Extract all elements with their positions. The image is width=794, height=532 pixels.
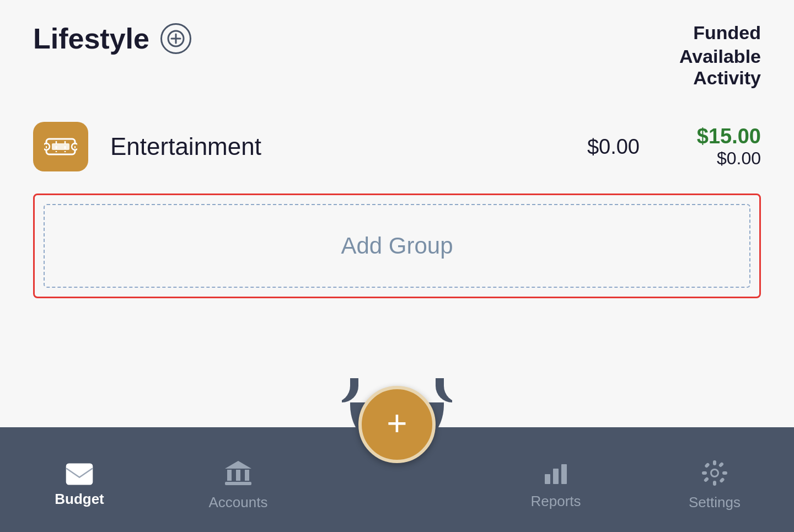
svg-point-23 xyxy=(712,470,717,476)
plus-circle-icon xyxy=(167,30,185,47)
add-group-outer[interactable]: Add Group xyxy=(33,194,761,298)
svg-rect-31 xyxy=(718,461,725,467)
budget-row-entertainment[interactable]: Entertainment $0.00 $15.00 $0.00 xyxy=(33,111,761,182)
svg-marker-14 xyxy=(225,461,251,469)
reports-bar-icon xyxy=(543,461,569,487)
entertainment-icon-bg xyxy=(33,122,88,171)
add-lifestyle-button[interactable] xyxy=(160,23,191,54)
available-column-label: Available xyxy=(679,46,761,67)
lifestyle-section: Lifestyle xyxy=(33,22,191,55)
settings-gear-icon xyxy=(701,460,728,488)
main-content: Lifestyle Funded Available Activity xyxy=(0,0,794,427)
svg-rect-29 xyxy=(719,477,725,483)
svg-rect-25 xyxy=(713,481,716,486)
entertainment-available-values: $15.00 $0.00 xyxy=(673,125,761,169)
lifestyle-title: Lifestyle xyxy=(33,22,149,55)
header-row: Lifestyle Funded Available Activity xyxy=(33,22,761,89)
svg-rect-16 xyxy=(236,470,240,481)
svg-rect-15 xyxy=(227,470,232,481)
settings-nav-label: Settings xyxy=(689,494,741,511)
nav-item-budget[interactable]: Budget xyxy=(0,452,159,508)
fab-add-button[interactable]: + xyxy=(358,386,436,463)
reports-nav-label: Reports xyxy=(530,493,581,510)
entertainment-activity: $0.00 xyxy=(717,148,761,169)
budget-envelope-icon xyxy=(65,463,94,485)
svg-rect-21 xyxy=(561,464,567,484)
entertainment-available: $15.00 xyxy=(697,125,761,148)
funded-column-label: Funded xyxy=(693,22,761,44)
nav-item-reports[interactable]: Reports xyxy=(476,450,635,510)
add-group-inner[interactable]: Add Group xyxy=(44,204,750,288)
ticket-icon xyxy=(44,135,77,159)
nav-item-accounts[interactable]: Accounts xyxy=(159,449,318,511)
add-group-label: Add Group xyxy=(341,233,453,259)
entertainment-label: Entertainment xyxy=(110,133,529,160)
svg-rect-20 xyxy=(553,469,559,484)
entertainment-funded: $0.00 xyxy=(529,135,640,159)
fab-plus-icon: + xyxy=(387,406,407,441)
accounts-bank-icon xyxy=(224,460,253,488)
svg-rect-8 xyxy=(52,143,69,150)
nav-item-settings[interactable]: Settings xyxy=(635,449,794,511)
svg-rect-30 xyxy=(704,476,710,482)
svg-rect-27 xyxy=(722,471,727,475)
svg-rect-13 xyxy=(66,463,93,484)
svg-rect-28 xyxy=(704,462,710,468)
svg-rect-18 xyxy=(225,482,251,485)
activity-column-label: Activity xyxy=(693,67,761,89)
svg-rect-17 xyxy=(245,470,249,481)
svg-rect-19 xyxy=(545,474,550,484)
budget-nav-label: Budget xyxy=(55,491,104,508)
svg-rect-24 xyxy=(713,460,716,465)
accounts-nav-label: Accounts xyxy=(209,494,268,511)
bottom-nav: + Budget xyxy=(0,427,794,532)
svg-rect-26 xyxy=(702,471,707,475)
columns-header: Funded Available Activity xyxy=(679,22,761,89)
